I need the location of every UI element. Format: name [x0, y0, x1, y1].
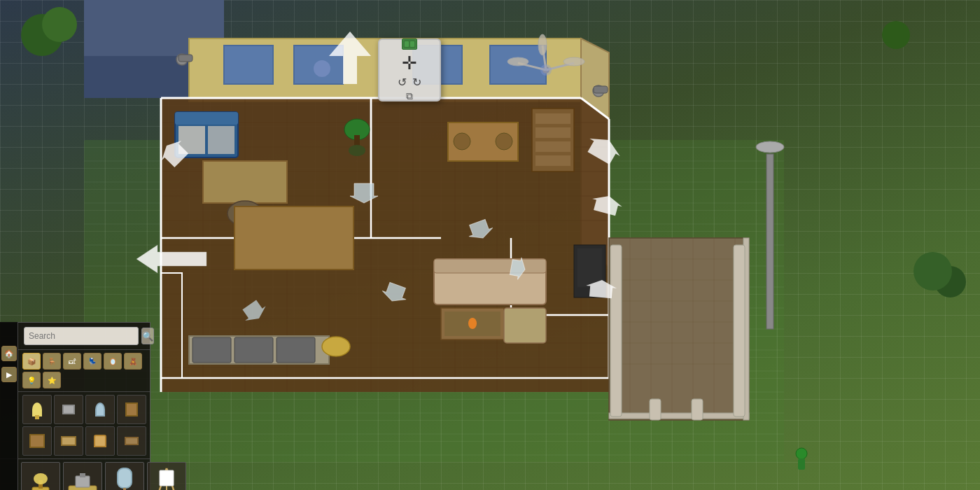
move-tool-popup: ✛ ↺ ↻ ⧉	[378, 38, 441, 102]
preview-item-lamp-table[interactable]	[21, 462, 60, 490]
preview-items-row	[0, 458, 150, 490]
copy-icon[interactable]: ⧉	[406, 90, 413, 102]
svg-rect-169	[76, 476, 90, 487]
svg-rect-179	[160, 470, 174, 486]
nav-arrow-icon[interactable]: ▶	[1, 367, 17, 382]
svg-rect-173	[118, 468, 132, 488]
move-tool-top-icons	[402, 38, 417, 50]
item-cell-shelf[interactable]	[117, 395, 146, 424]
cat-tab-chair2[interactable]: 💺	[83, 353, 102, 370]
cat-tab-lamp[interactable]: 💡	[22, 372, 41, 388]
background-building-wall	[84, 56, 224, 98]
tree-4	[913, 252, 952, 290]
cat-tab-chair1[interactable]: 🪑	[43, 353, 61, 370]
item-cell-wardrobe[interactable]	[22, 426, 52, 456]
cat-tab-sofa[interactable]: 🛋	[63, 353, 81, 370]
cat-tab-misc[interactable]: ⭐	[43, 372, 61, 388]
rotate-icons: ↺ ↻	[398, 76, 421, 89]
tree-5	[882, 21, 910, 49]
left-nav: 🏠 ▶	[0, 322, 18, 490]
item-cell-lamp[interactable]	[22, 395, 52, 424]
green-icon-box	[402, 38, 417, 50]
cat-tab-box[interactable]: 📦	[22, 353, 41, 370]
preview-item-mirror[interactable]	[105, 462, 144, 490]
svg-rect-163	[405, 41, 409, 47]
svg-rect-170	[80, 473, 85, 477]
item-grid-small	[18, 392, 150, 458]
search-input[interactable]	[24, 327, 139, 345]
item-cell-chair[interactable]	[85, 426, 115, 456]
item-cell-table[interactable]	[117, 426, 146, 456]
category-tabs: 📦 🪑 🛋 💺 🪞 🧸 💡 ⭐	[18, 350, 150, 392]
rotate-right-icon[interactable]: ↻	[412, 76, 421, 89]
cat-tab-table[interactable]: 🪞	[104, 353, 122, 370]
preview-item-easel[interactable]	[147, 462, 186, 490]
svg-point-167	[34, 473, 48, 484]
item-cell-mirror[interactable]	[85, 395, 115, 424]
buy-panel: 🏠 ▶ 🔍 📦 🪑 🛋 💺 🪞 🧸 💡 ⭐	[0, 322, 150, 490]
move-arrows-icon[interactable]: ✛	[402, 52, 417, 74]
search-row: 🔍	[18, 323, 150, 350]
search-button[interactable]: 🔍	[141, 328, 154, 344]
cat-tab-toy[interactable]: 🧸	[124, 353, 142, 370]
preview-item-desk-computer[interactable]	[63, 462, 102, 490]
nav-home-icon[interactable]: 🏠	[1, 346, 17, 361]
tree-2	[42, 7, 77, 42]
rotate-left-icon[interactable]: ↺	[398, 76, 407, 89]
game-viewport: ✛ ↺ ↻ ⧉ 🏠 ▶ 🔍 📦 🪑 🛋 💺 🪞 🧸 💡 ⭐	[0, 0, 980, 490]
item-cell-computer[interactable]	[54, 395, 83, 424]
item-cell-desk[interactable]	[54, 426, 83, 456]
svg-rect-164	[410, 41, 414, 47]
